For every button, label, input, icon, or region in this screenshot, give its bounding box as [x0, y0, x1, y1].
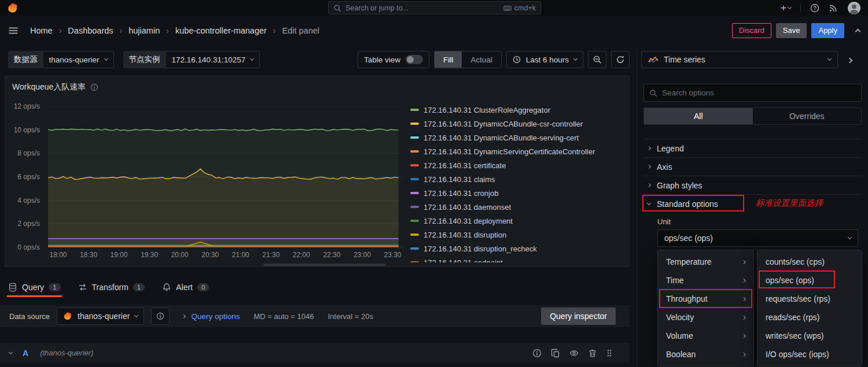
- x-tick-label: 23:30: [384, 251, 401, 259]
- menu-toggle-button[interactable]: [8, 25, 19, 36]
- options-section-standard-options[interactable]: Standard options: [643, 194, 862, 213]
- x-tick-label: 18:00: [49, 251, 67, 259]
- panel-header: Workqueue入队速率: [5, 76, 629, 92]
- save-button[interactable]: Save: [776, 23, 807, 38]
- legend-item[interactable]: 172.16.140.31 ClusterRoleAggregator: [410, 103, 626, 117]
- options-section-header[interactable]: Legend: [643, 139, 862, 157]
- shortcut-label: cmd+k: [514, 4, 536, 12]
- options-section-header[interactable]: Axis: [643, 157, 862, 176]
- unit-option-item[interactable]: counts/sec (cps): [757, 253, 862, 271]
- datasource-picker[interactable]: thanos-querier: [57, 307, 144, 325]
- apply-button[interactable]: Apply: [811, 23, 844, 38]
- user-avatar[interactable]: [847, 1, 861, 15]
- time-range-picker[interactable]: Last 6 hours: [506, 51, 583, 68]
- global-search[interactable]: cmd+k: [328, 1, 541, 14]
- tab-alert[interactable]: Alert 0: [162, 279, 209, 296]
- breadcrumb-link[interactable]: Home: [30, 26, 53, 35]
- tab-query[interactable]: Query 1: [8, 279, 61, 296]
- panel-scrollbar[interactable]: [263, 264, 386, 266]
- top-actions: +: [781, 1, 861, 15]
- breadcrumb-link[interactable]: Edit panel: [282, 26, 320, 35]
- var-datasource-select[interactable]: thanos-querier: [43, 51, 114, 68]
- legend-item[interactable]: 172.16.140.31 claims: [410, 172, 626, 186]
- options-tab-overrides[interactable]: Overrides: [753, 108, 862, 124]
- top-nav: cmd+k +: [0, 0, 868, 16]
- query-row-expand-icon[interactable]: [9, 350, 13, 354]
- unit-category-label: Velocity: [666, 313, 694, 322]
- news-button[interactable]: [829, 3, 838, 13]
- panel-edit-actions: Discard Save Apply: [732, 23, 860, 38]
- legend-item[interactable]: 172.16.140.31 certificate: [410, 158, 626, 172]
- options-tab-all[interactable]: All: [644, 108, 753, 124]
- legend-item[interactable]: 172.16.140.31 daemonset: [410, 200, 626, 214]
- viz-picker[interactable]: Time series: [641, 51, 838, 68]
- breadcrumb-link[interactable]: kube-controller-manager: [175, 26, 267, 35]
- datasource-row: Data source thanos-querier Query options…: [0, 305, 630, 327]
- query-options-toggle[interactable]: Query options: [182, 312, 240, 321]
- options-section-header[interactable]: Graph styles: [643, 176, 862, 194]
- unit-category-item[interactable]: Temperature: [658, 253, 753, 271]
- panel-info-button[interactable]: [90, 83, 98, 91]
- x-tick-label: 23:00: [354, 251, 371, 259]
- delete-query-button[interactable]: [588, 349, 597, 358]
- transform-icon: [78, 283, 87, 292]
- collapse-editor-button[interactable]: [856, 28, 860, 34]
- refresh-icon: [616, 55, 625, 64]
- unit-select[interactable]: ops/sec (ops): [657, 229, 858, 247]
- chart-canvas[interactable]: [48, 106, 403, 247]
- legend-swatch: [410, 109, 419, 111]
- query-inspector-button[interactable]: Query inspector: [541, 307, 616, 325]
- switch-icon[interactable]: [406, 55, 423, 64]
- global-search-input[interactable]: [345, 4, 499, 12]
- discard-button[interactable]: Discard: [732, 23, 771, 38]
- breadcrumb-link[interactable]: Dashboards: [68, 26, 113, 35]
- duplicate-query-button[interactable]: [551, 349, 560, 358]
- add-menu-button[interactable]: +: [781, 3, 791, 13]
- actual-button[interactable]: Actual: [462, 51, 501, 68]
- drag-query-handle[interactable]: [606, 349, 612, 358]
- help-button[interactable]: [810, 3, 819, 13]
- unit-option-item[interactable]: requests/sec (rps): [757, 290, 862, 308]
- query-row[interactable]: A (thanos-querier): [0, 343, 630, 363]
- options-section-label: Graph styles: [657, 181, 703, 190]
- unit-category-item[interactable]: Throughput: [658, 290, 753, 308]
- drag-handle-icon: [606, 349, 612, 358]
- unit-category-item[interactable]: Volume: [658, 327, 753, 345]
- unit-category-label: Boolean: [666, 350, 696, 359]
- unit-option-item[interactable]: ops/sec (ops): [757, 271, 862, 290]
- unit-category-item[interactable]: Velocity: [658, 308, 753, 327]
- unit-category-item[interactable]: Time: [658, 271, 753, 290]
- legend-label: 172.16.140.31 DynamicCABundle-csr-contro…: [424, 120, 583, 128]
- legend-item[interactable]: 172.16.140.31 DynamicCABundle-serving-ce…: [410, 131, 626, 144]
- table-view-toggle[interactable]: Table view: [358, 51, 429, 68]
- options-pane-collapse-button[interactable]: [843, 54, 856, 66]
- legend-item[interactable]: 172.16.140.31 DynamicServingCertificateC…: [410, 144, 626, 158]
- time-series-icon: [648, 56, 659, 63]
- unit-category-item[interactable]: Boolean: [658, 345, 753, 364]
- unit-field-label: Unit: [657, 217, 858, 226]
- unit-option-item[interactable]: reads/sec (rps): [757, 308, 862, 327]
- legend-swatch: [410, 247, 419, 250]
- grafana-logo-icon[interactable]: [7, 2, 19, 14]
- legend-item[interactable]: 172.16.140.31 endpoint: [410, 255, 626, 262]
- legend-item[interactable]: 172.16.140.31 DynamicCABundle-csr-contro…: [410, 117, 626, 131]
- legend-item[interactable]: 172.16.140.31 disruption: [410, 228, 626, 242]
- options-search[interactable]: [643, 84, 862, 102]
- options-search-input[interactable]: [662, 88, 856, 97]
- unit-option-item[interactable]: I/O ops/sec (iops): [757, 345, 862, 364]
- zoom-out-button[interactable]: [588, 51, 606, 68]
- query-info-button[interactable]: [532, 349, 542, 358]
- breadcrumb-link[interactable]: hujiamin: [128, 26, 160, 35]
- legend-item[interactable]: 172.16.140.31 disruption_recheck: [410, 242, 626, 255]
- legend-item[interactable]: 172.16.140.31 deployment: [410, 214, 626, 228]
- var-instance-select[interactable]: 172.16.140.31:10257: [166, 51, 260, 68]
- refresh-button[interactable]: [611, 51, 630, 68]
- datasource-help-button[interactable]: [151, 307, 170, 325]
- tab-transform[interactable]: Transform 1: [78, 279, 145, 296]
- breadcrumb-separator: ›: [273, 26, 276, 35]
- legend-item[interactable]: 172.16.140.31 cronjob: [410, 186, 626, 200]
- toggle-query-visibility-button[interactable]: [569, 349, 579, 358]
- fill-button[interactable]: Fill: [435, 51, 462, 68]
- unit-option-item[interactable]: writes/sec (wps): [757, 327, 862, 345]
- x-tick-label: 20:00: [171, 251, 189, 259]
